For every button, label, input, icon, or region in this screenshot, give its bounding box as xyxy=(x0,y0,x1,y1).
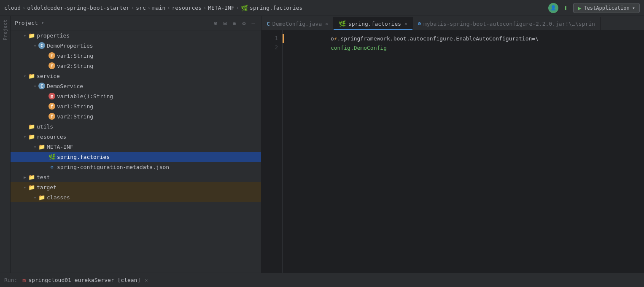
line-gutter: 1 2 xyxy=(261,30,283,273)
label-meta-inf: META-INF xyxy=(47,144,73,150)
expand-btn[interactable]: ⊞ xyxy=(231,19,238,27)
breadcrumb-spring-factories[interactable]: spring.factories xyxy=(250,5,302,11)
tab-bar: C DemoConfig.java ✕ 🌿 spring.factories ✕… xyxy=(261,16,644,30)
folder-icon-utils: 📁 xyxy=(28,123,35,130)
tab-sf-close[interactable]: ✕ xyxy=(404,21,407,27)
arrow-properties: ▾ xyxy=(22,33,27,38)
tab-democonfg[interactable]: C DemoConfig.java ✕ xyxy=(261,17,334,30)
breadcrumb-resources[interactable]: resources xyxy=(172,5,202,11)
bottom-bar: Run: m springcloud01_eurekaServer [clean… xyxy=(0,273,644,287)
folder-icon-test: 📁 xyxy=(28,174,35,180)
tree-item-spring-factories[interactable]: 🌿 spring.factories xyxy=(11,152,261,162)
run-task[interactable]: m springcloud01_eurekaServer [clean] ✕ xyxy=(22,277,148,283)
code-1-rest: .springframework.boot.autoconfigure.Enab… xyxy=(337,35,539,42)
sf-icon-spring-factories: 🌿 xyxy=(49,153,55,160)
tree-item-demoproperties[interactable]: ▾ C DemoProperties xyxy=(11,40,261,51)
tab-democonfg-close[interactable]: ✕ xyxy=(325,21,328,27)
sidebar-project-label[interactable]: Project xyxy=(3,19,8,40)
tree-item-utils[interactable]: 📁 utils xyxy=(11,121,261,131)
breadcrumb-main[interactable]: main xyxy=(152,5,165,11)
sep1: › xyxy=(22,5,25,11)
run-config[interactable]: ▶ TestApplication ▾ xyxy=(573,3,640,13)
project-title: Project xyxy=(15,20,38,26)
tree-item-classes[interactable]: ▾ 📁 classes xyxy=(11,192,261,202)
arrow-resources: ▾ xyxy=(22,134,27,139)
tree-item-target[interactable]: ▾ 📁 target xyxy=(11,182,261,192)
class-icon-demoproperties: C xyxy=(38,42,45,49)
label-demoproperties: DemoProperties xyxy=(47,43,93,49)
arrow-service: ▾ xyxy=(22,74,27,78)
line-num-2: 2 xyxy=(261,43,282,52)
folder-icon-properties: 📁 xyxy=(28,32,35,39)
project-chevron[interactable]: ▾ xyxy=(41,20,44,26)
breadcrumb-src[interactable]: src xyxy=(136,5,146,11)
label-variable: variable():String xyxy=(57,93,113,99)
tab-spring-factories[interactable]: 🌿 spring.factories ✕ xyxy=(334,17,413,30)
tree-item-service[interactable]: ▾ 📁 service xyxy=(11,71,261,81)
tree-item-variable-method[interactable]: m variable():String xyxy=(11,91,261,101)
label-spring-factories: spring.factories xyxy=(57,154,110,160)
label-svc-var1: var1:String xyxy=(57,103,93,110)
folder-icon-service: 📁 xyxy=(28,73,35,79)
label-dp-var1: var1:String xyxy=(57,53,93,59)
main-layout: Project Project ▾ ⊕ ⊟ ⊞ ⚙ — ▾ 📁 properti… xyxy=(0,16,644,273)
run-config-label: TestApplication xyxy=(584,5,629,11)
tree-item-test[interactable]: ▶ 📁 test xyxy=(11,172,261,182)
code-1-o: o xyxy=(331,35,334,42)
line-marker-1 xyxy=(283,34,284,43)
profile-icon[interactable]: 👤 xyxy=(548,3,558,13)
tab-mybatis[interactable]: ⚙ mybatis-spring-boot-autoconfigure-2.2.… xyxy=(413,17,601,30)
method-icon-variable: m xyxy=(49,93,55,99)
label-svc-var2: var2:String xyxy=(57,113,93,120)
label-utils: utils xyxy=(37,123,53,130)
tab-democonfg-class-icon: C xyxy=(267,21,270,27)
panel-actions: ⊕ ⊟ ⊞ ⚙ — xyxy=(212,19,257,27)
breadcrumb-project[interactable]: oldoldcoder-spring-boot-starter xyxy=(27,5,129,11)
label-classes: classes xyxy=(47,194,70,201)
code-area[interactable]: o⚡.springframework.boot.autoconfigure.En… xyxy=(283,30,644,273)
folder-icon-target: 📁 xyxy=(28,184,35,190)
tree-item-service-var1[interactable]: f var1:String xyxy=(11,101,261,111)
tree-item-spring-config-meta[interactable]: ⚙ spring-configuration-metadata.json xyxy=(11,162,261,172)
close-panel-btn[interactable]: — xyxy=(250,19,257,27)
tree-item-meta-inf[interactable]: ▾ 📁 META-INF xyxy=(11,142,261,152)
run-icon: ▶ xyxy=(578,5,581,11)
label-resources: resources xyxy=(37,134,66,140)
collapse-btn[interactable]: ⊟ xyxy=(221,19,228,27)
breadcrumb-meta-inf[interactable]: META-INF xyxy=(208,5,234,11)
tab-democonfg-label: DemoConfig.java xyxy=(272,21,322,27)
breadcrumb-cloud[interactable]: cloud xyxy=(4,5,21,11)
arrow-test: ▶ xyxy=(22,175,27,180)
sep3: › xyxy=(148,5,151,11)
editor-area: C DemoConfig.java ✕ 🌿 spring.factories ✕… xyxy=(261,16,644,273)
arrow-classes: ▾ xyxy=(32,195,38,200)
sep4: › xyxy=(167,5,170,11)
project-tree: ▾ 📁 properties ▾ C DemoProperties f var1… xyxy=(11,30,261,273)
label-properties: properties xyxy=(37,32,70,39)
json-icon-scm: ⚙ xyxy=(49,164,55,170)
field-icon-svc-var1: f xyxy=(49,103,55,110)
tree-item-demoservice[interactable]: ▾ C DemoService xyxy=(11,81,261,91)
tree-item-service-var2[interactable]: f var2:String xyxy=(11,111,261,121)
settings-btn[interactable]: ⚙ xyxy=(240,19,247,27)
run-task-close[interactable]: ✕ xyxy=(145,277,148,283)
code-1-marker-icon: ⚡ xyxy=(334,35,337,42)
sep6: › xyxy=(236,5,239,11)
sidebar-strip: Project xyxy=(0,16,11,273)
editor-content: 1 2 o⚡.springframework.boot.autoconfigur… xyxy=(261,30,644,273)
tree-item-demoproperties-var2[interactable]: f var2:String xyxy=(11,61,261,71)
field-icon-dp-var1: f xyxy=(49,52,55,59)
folder-icon-classes: 📁 xyxy=(38,194,45,201)
tree-item-demoproperties-var1[interactable]: f var1:String xyxy=(11,51,261,61)
add-btn[interactable]: ⊕ xyxy=(212,19,219,27)
run-config-chevron: ▾ xyxy=(632,5,635,11)
breadcrumb: cloud › oldoldcoder-spring-boot-starter … xyxy=(4,5,302,11)
arrow-target: ▾ xyxy=(22,185,27,190)
vcs-icon[interactable]: ⬆ xyxy=(563,3,568,12)
tab-mybatis-icon: ⚙ xyxy=(418,21,421,27)
field-icon-svc-var2: f xyxy=(49,113,55,120)
tree-item-properties[interactable]: ▾ 📁 properties xyxy=(11,30,261,40)
line-num-1: 1 xyxy=(261,34,282,43)
label-service: service xyxy=(37,73,60,79)
tree-item-resources[interactable]: ▾ 📁 resources xyxy=(11,131,261,142)
